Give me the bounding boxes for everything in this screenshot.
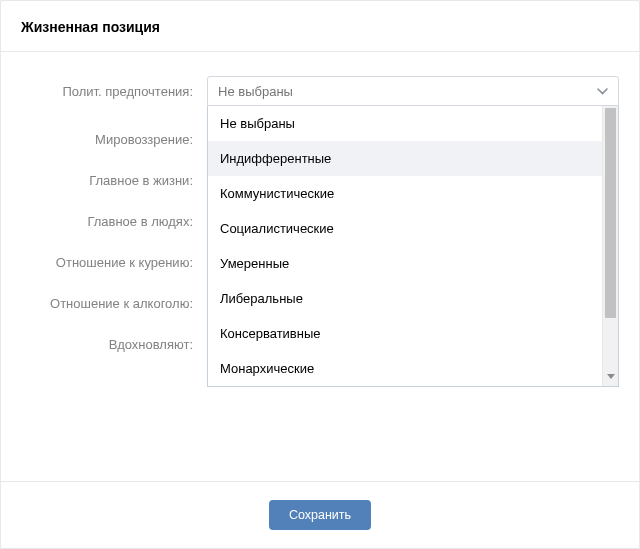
label-alcohol: Отношение к алкоголю:	[21, 296, 207, 311]
chevron-down-icon	[597, 88, 608, 95]
dropdown-option[interactable]: Умеренные	[208, 246, 602, 281]
settings-card: Жизненная позиция Полит. предпочтения: Н…	[0, 0, 640, 549]
dropdown-option[interactable]: Социалистические	[208, 211, 602, 246]
dropdown-option[interactable]: Монархические	[208, 351, 602, 386]
label-political: Полит. предпочтения:	[21, 84, 207, 99]
dropdown-option[interactable]: Либеральные	[208, 281, 602, 316]
label-main-people: Главное в людях:	[21, 214, 207, 229]
card-header: Жизненная позиция	[1, 1, 639, 52]
dropdown-option[interactable]: Консервативные	[208, 316, 602, 351]
dropdown-option[interactable]: Не выбраны	[208, 106, 602, 141]
dropdown-option[interactable]: Индифферентные	[208, 141, 602, 176]
scrollbar-arrow-down-icon[interactable]	[603, 370, 618, 384]
label-main-life: Главное в жизни:	[21, 173, 207, 188]
dropdown-political: Не выбраныИндифферентныеКоммунистические…	[207, 106, 619, 387]
card-title: Жизненная позиция	[21, 19, 619, 35]
dropdown-list: Не выбраныИндифферентныеКоммунистические…	[208, 106, 602, 386]
label-worldview: Мировоззрение:	[21, 132, 207, 147]
select-political[interactable]: Не выбраны Не выбраныИндифферентныеКомму…	[207, 76, 619, 106]
save-button[interactable]: Сохранить	[269, 500, 371, 530]
label-smoking: Отношение к курению:	[21, 255, 207, 270]
label-inspire: Вдохновляют:	[21, 337, 207, 352]
footer: Сохранить	[1, 481, 639, 548]
dropdown-option[interactable]: Коммунистические	[208, 176, 602, 211]
scrollbar-thumb[interactable]	[605, 108, 616, 318]
scrollbar-track[interactable]	[602, 106, 618, 386]
row-political: Полит. предпочтения: Не выбраны Не выбра…	[21, 76, 619, 106]
form-body: Полит. предпочтения: Не выбраны Не выбра…	[1, 52, 639, 402]
select-value: Не выбраны	[218, 84, 293, 99]
